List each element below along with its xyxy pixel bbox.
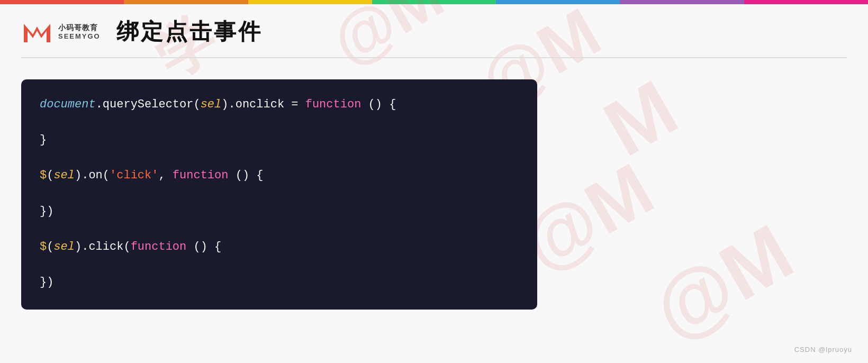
code-param-sel-2: sel (53, 169, 75, 182)
code-blank-2 (40, 151, 519, 166)
code-line-5: $(sel).click(function () { (40, 238, 519, 256)
code-obj-document: document (40, 98, 96, 111)
code-keyword-function-2: function (173, 169, 229, 182)
rainbow-bar (0, 0, 868, 4)
code-line-6: }) (40, 273, 519, 292)
code-line-1: document.querySelector(sel).onclick = fu… (40, 95, 519, 114)
page-title: 绑定点击事件 (116, 17, 263, 47)
header: 小码哥教育 SEEMYGO 绑定点击事件 (0, 4, 868, 57)
code-method-5: ).on( (75, 169, 110, 182)
code-blank-1 (40, 116, 519, 131)
code-method-8: ( (47, 240, 53, 253)
svg-marker-0 (24, 24, 50, 42)
code-keyword-function-1: function (305, 98, 361, 111)
code-brace-3: }) (40, 276, 53, 289)
code-method-1: .querySelector( (96, 98, 201, 111)
logo-chinese: 小码哥教育 (58, 23, 101, 32)
logo-english: SEEMYGO (58, 32, 101, 41)
code-blank-5 (40, 258, 519, 273)
code-method-4: ( (47, 169, 53, 182)
code-blank-3 (40, 187, 519, 202)
code-method-2: ).onclick = (221, 98, 305, 111)
code-dollar-1: $ (40, 169, 47, 182)
logo-icon (21, 16, 53, 48)
csdn-credit: CSDN @lpruoyu (794, 346, 852, 353)
code-method-3: () { (361, 98, 396, 111)
code-method-7: () { (228, 169, 263, 182)
code-method-9: ).click( (75, 240, 131, 253)
logo-text-block: 小码哥教育 SEEMYGO (58, 23, 101, 40)
code-string-click: 'click' (110, 169, 158, 182)
code-brace-1: } (40, 133, 47, 147)
main-content: document.querySelector(sel).onclick = fu… (0, 58, 868, 320)
code-keyword-function-3: function (131, 240, 187, 253)
code-dollar-2: $ (40, 240, 47, 253)
code-method-10: () { (186, 240, 221, 253)
code-line-4: }) (40, 202, 519, 221)
code-block: document.querySelector(sel).onclick = fu… (21, 79, 537, 310)
code-blank-4 (40, 223, 519, 238)
code-line-2: } (40, 131, 519, 149)
code-param-sel-3: sel (53, 240, 75, 253)
logo-container: 小码哥教育 SEEMYGO (21, 16, 101, 48)
code-param-sel-1: sel (201, 98, 222, 111)
code-method-6: , (158, 169, 172, 182)
code-brace-2: }) (40, 205, 53, 218)
code-line-3: $(sel).on('click', function () { (40, 166, 519, 185)
